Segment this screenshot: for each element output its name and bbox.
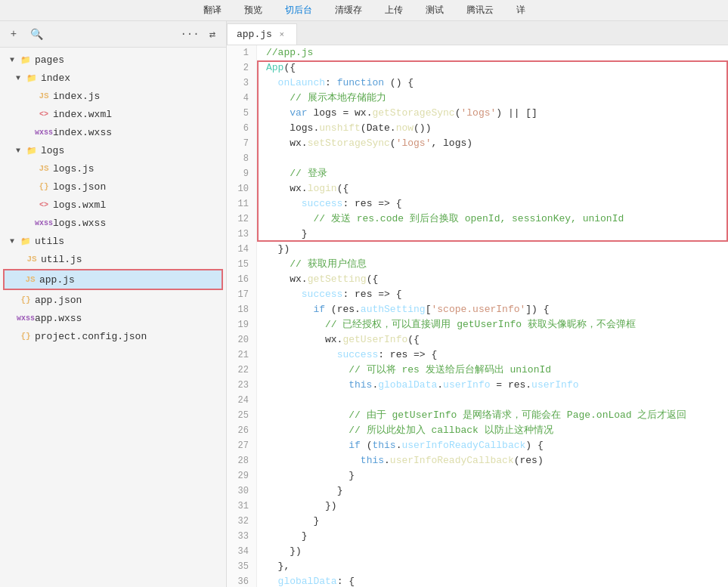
tab-close-button[interactable]: ×: [277, 29, 287, 40]
line-number: 6: [227, 121, 257, 136]
sidebar-item-index[interactable]: ▼ 📁 index: [0, 69, 226, 87]
line-number: 24: [227, 393, 257, 408]
code-line: 31 }): [227, 499, 728, 514]
tab-label: app.js: [237, 29, 272, 40]
code-line: 14 }): [227, 242, 728, 257]
line-content: // 所以此处加入 callback 以防止这种情况: [257, 423, 553, 438]
sidebar-item-logs-wxss[interactable]: ▶ wxss logs.wxss: [0, 214, 226, 232]
line-content: // 已经授权，可以直接调用 getUserInfo 获取头像昵称，不会弹框: [257, 317, 636, 332]
line-content: this.globalData.userInfo = res.userInfo: [257, 378, 579, 393]
code-line: 3 onLaunch: function () {: [227, 76, 728, 91]
code-line: 8: [227, 151, 728, 166]
wxss-icon: wxss: [38, 217, 50, 229]
line-number: 29: [227, 468, 257, 484]
collapse-button[interactable]: ⇄: [205, 26, 220, 42]
code-line: 5 var logs = wx.getStorageSync('logs') |…: [227, 106, 728, 121]
sidebar-item-project-json[interactable]: ▶ {} project.config.json: [0, 327, 226, 345]
line-number: 36: [227, 574, 257, 587]
wxml-icon: <>: [38, 199, 50, 211]
code-line: 34 }): [227, 544, 728, 559]
code-line: 21 success: res => {: [227, 348, 728, 363]
sidebar-item-index-wxss[interactable]: ▶ wxss index.wxss: [0, 123, 226, 141]
code-line: 28 this.userInfoReadyCallback(res): [227, 453, 728, 468]
sidebar-item-index-wxml[interactable]: ▶ <> index.wxml: [0, 105, 226, 123]
toolbar-preview[interactable]: 预览: [244, 4, 262, 17]
search-button[interactable]: 🔍: [29, 26, 44, 42]
line-number: 20: [227, 332, 257, 348]
toolbar-test[interactable]: 测试: [426, 4, 444, 17]
arrow-icon: ▼: [6, 54, 18, 66]
sidebar-item-label: app.wxss: [35, 313, 82, 324]
sidebar-item-app-wxss[interactable]: ▶ wxss app.wxss: [0, 309, 226, 327]
line-content: },: [257, 559, 290, 574]
toolbar-translate[interactable]: 翻译: [203, 4, 221, 17]
sidebar-item-app-json[interactable]: ▶ {} app.json: [0, 291, 226, 309]
line-content: wx.getSetting({: [257, 272, 378, 287]
folder-icon: 📁: [20, 54, 32, 66]
line-number: 13: [227, 227, 257, 242]
line-content: // 获取用户信息: [257, 257, 367, 272]
line-content: }): [257, 242, 290, 257]
json-icon: {}: [20, 330, 32, 342]
line-content: }: [257, 484, 342, 499]
tab-bar: app.js ×: [227, 21, 728, 45]
sidebar-item-logs-js[interactable]: ▶ JS logs.js: [0, 159, 226, 178]
line-number: 8: [227, 151, 257, 166]
js-icon: JS: [24, 273, 36, 286]
toolbar-tencent[interactable]: 腾讯云: [466, 4, 494, 17]
line-number: 27: [227, 438, 257, 453]
arrow-icon: ▼: [12, 144, 24, 156]
toolbar-more[interactable]: 详: [516, 4, 525, 17]
sidebar-item-logs-wxml[interactable]: ▶ <> logs.wxml: [0, 196, 226, 214]
sidebar-item-logs-json[interactable]: ▶ {} logs.json: [0, 178, 226, 196]
code-line: 32 }: [227, 514, 728, 529]
sidebar-item-label: util.js: [41, 254, 82, 265]
sidebar-item-label: index.wxss: [53, 127, 112, 138]
sidebar-item-pages[interactable]: ▼ 📁 pages: [0, 51, 226, 69]
toolbar-background[interactable]: 切后台: [285, 4, 312, 17]
line-content: [257, 151, 266, 166]
tab-app-js[interactable]: app.js ×: [227, 23, 297, 45]
line-number: 4: [227, 91, 257, 106]
line-number: 31: [227, 499, 257, 514]
folder-icon: 📁: [20, 235, 32, 247]
line-number: 14: [227, 242, 257, 257]
code-line: 9 // 登录: [227, 166, 728, 181]
line-content: // 由于 getUserInfo 是网络请求，可能会在 Page.onLoad…: [257, 408, 686, 423]
line-number: 23: [227, 378, 257, 393]
folder-icon: 📁: [26, 144, 38, 156]
line-number: 22: [227, 363, 257, 378]
more-options-button[interactable]: ···: [182, 26, 197, 42]
toolbar-clearcache[interactable]: 清缓存: [335, 4, 362, 17]
line-content: logs.unshift(Date.now()): [257, 121, 431, 136]
line-content: //app.js: [257, 45, 313, 60]
sidebar-item-utils[interactable]: ▼ 📁 utils: [0, 232, 226, 250]
js-icon: JS: [26, 253, 38, 265]
sidebar-item-label: logs.wxml: [53, 199, 106, 211]
line-content: success: res => {: [257, 196, 401, 212]
line-content: }: [257, 468, 355, 484]
sidebar-item-label: logs.js: [53, 163, 94, 175]
code-line: 24: [227, 393, 728, 408]
sidebar-tree: ▼ 📁 pages ▼ 📁 index ▶ JS index.js ▶ <> i…: [0, 48, 226, 348]
line-number: 2: [227, 60, 257, 76]
add-button[interactable]: +: [6, 26, 21, 42]
line-content: var logs = wx.getStorageSync('logs') || …: [257, 106, 537, 121]
sidebar-item-app-js[interactable]: ▶ JS app.js: [3, 269, 223, 290]
code-line: 26 // 所以此处加入 callback 以防止这种情况: [227, 423, 728, 438]
toolbar-upload[interactable]: 上传: [385, 4, 403, 17]
line-number: 12: [227, 212, 257, 227]
main-layout: + 🔍 ··· ⇄ ▼ 📁 pages ▼ 📁 index ▶ JS index: [0, 21, 728, 587]
code-line: 7 wx.setStorageSync('logs', logs): [227, 136, 728, 151]
code-line: 6 logs.unshift(Date.now()): [227, 121, 728, 136]
line-number: 10: [227, 181, 257, 196]
code-editor[interactable]: 1 //app.js 2 App({ 3 onLaunch: function …: [227, 45, 728, 587]
sidebar-item-index-js[interactable]: ▶ JS index.js: [0, 87, 226, 105]
sidebar-item-logs[interactable]: ▼ 📁 logs: [0, 141, 226, 159]
line-content: wx.getUserInfo({: [257, 332, 420, 348]
code-line: 29 }: [227, 468, 728, 484]
arrow-icon: ▼: [12, 72, 24, 84]
line-content: [257, 393, 266, 408]
sidebar-item-util-js[interactable]: ▶ JS util.js: [0, 250, 226, 268]
sidebar-item-label: project.config.json: [35, 331, 147, 342]
